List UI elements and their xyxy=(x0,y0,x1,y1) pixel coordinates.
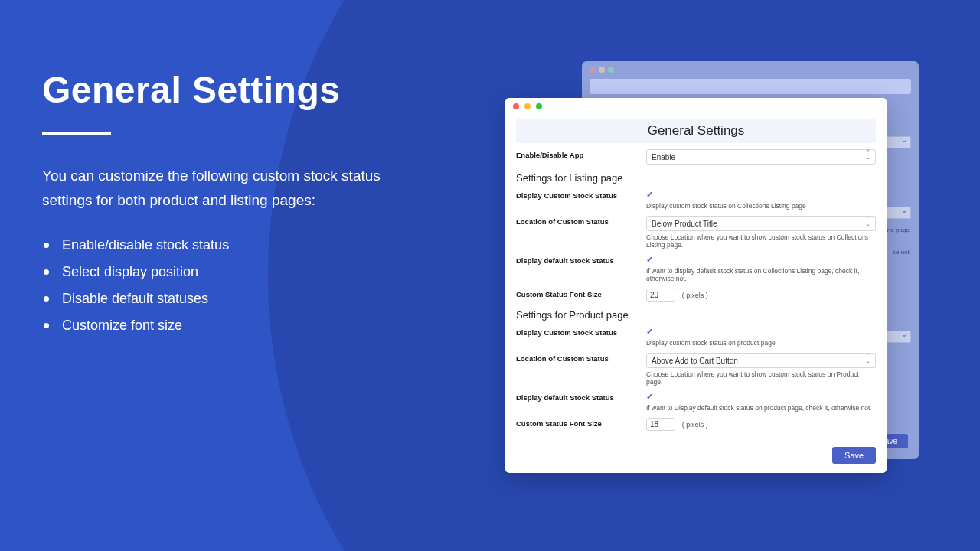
listing-location-label: Location of Custom Status xyxy=(516,216,646,249)
product-font-label: Custom Status Font Size xyxy=(516,418,646,431)
listing-section-heading: Settings for Listing page xyxy=(516,172,876,184)
settings-window: General Settings Enable/Disable App Enab… xyxy=(505,98,887,473)
hero-description: You can customize the following custom s… xyxy=(42,164,402,214)
bg-hint: se not. xyxy=(893,249,911,256)
product-display-label: Display Custom Stock Status xyxy=(516,327,646,347)
listing-location-select[interactable]: Below Product Title xyxy=(646,216,876,231)
enable-app-label: Enable/Disable App xyxy=(516,149,646,165)
listing-font-input[interactable]: 20 xyxy=(646,289,675,302)
bullet-item: Disable default statuses xyxy=(42,285,402,312)
listing-font-label: Custom Status Font Size xyxy=(516,289,646,302)
enable-app-select[interactable]: Enable xyxy=(646,149,876,165)
hero-bullets: Enable/disable stock status Select displ… xyxy=(42,232,402,339)
bg-hint: ng page. xyxy=(887,227,911,233)
product-font-unit: ( pixels ) xyxy=(682,421,708,429)
hero-panel: General Settings You can customize the f… xyxy=(42,69,402,339)
bullet-item: Enable/disable stock status xyxy=(42,232,402,259)
window-title: General Settings xyxy=(516,119,876,143)
listing-default-label: Display default Stock Status xyxy=(516,255,646,282)
zoom-icon[interactable] xyxy=(536,103,542,109)
listing-default-hint: If want to display default stock status … xyxy=(646,267,876,282)
listing-display-checkbox[interactable]: ✓ xyxy=(646,190,653,199)
listing-location-hint: Choose Location where you want to show c… xyxy=(646,233,876,249)
product-location-select[interactable]: Above Add to Cart Button xyxy=(646,353,876,368)
product-location-label: Location of Custom Status xyxy=(516,353,646,386)
traffic-lights xyxy=(590,66,911,74)
bullet-item: Customize font size xyxy=(42,312,402,339)
minimize-icon[interactable] xyxy=(524,103,531,109)
divider xyxy=(42,132,111,135)
bullet-item: Select display position xyxy=(42,259,402,285)
save-button[interactable]: Save xyxy=(832,447,876,464)
product-font-input[interactable]: 18 xyxy=(646,418,675,431)
listing-font-unit: ( pixels ) xyxy=(682,292,708,299)
traffic-lights xyxy=(505,103,887,111)
listing-default-checkbox[interactable]: ✓ xyxy=(646,255,653,264)
product-default-hint: If want to Display default stock status … xyxy=(646,404,876,412)
product-default-label: Display default Stock Status xyxy=(516,392,646,412)
hero-title: General Settings xyxy=(42,69,402,111)
product-location-hint: Choose Location where you want to show c… xyxy=(646,370,876,386)
listing-display-hint: Display custom stock status on Collectio… xyxy=(646,202,876,210)
close-icon[interactable] xyxy=(513,103,519,109)
product-display-hint: Display custom stock status on product p… xyxy=(646,339,876,347)
listing-display-label: Display Custom Stock Status xyxy=(516,190,646,210)
product-section-heading: Settings for Product page xyxy=(516,309,876,321)
product-display-checkbox[interactable]: ✓ xyxy=(646,327,653,336)
product-default-checkbox[interactable]: ✓ xyxy=(646,392,653,401)
